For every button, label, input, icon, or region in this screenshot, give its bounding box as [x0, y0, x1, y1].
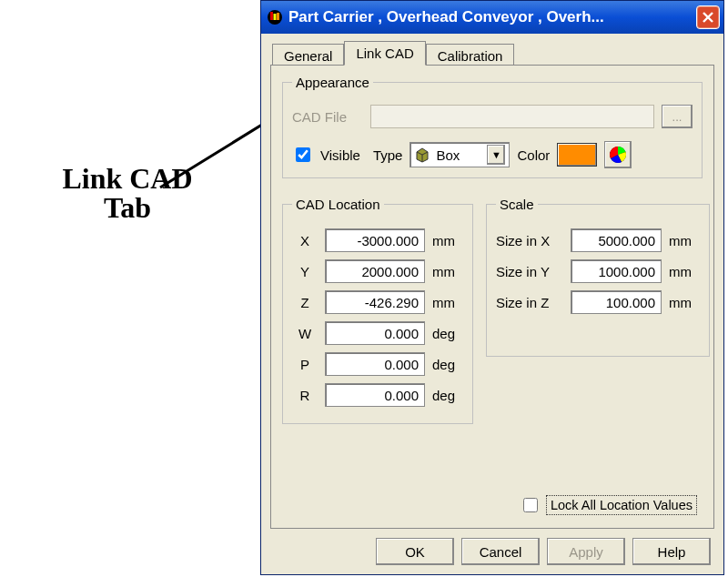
input-p[interactable]	[325, 352, 425, 376]
cadfile-input[interactable]	[370, 105, 654, 128]
app-icon	[267, 9, 283, 25]
client-area: General Link CAD Calibration Appearance …	[261, 34, 723, 574]
apply-button[interactable]: Apply	[547, 538, 625, 565]
action-buttons: OK Cancel Apply Help	[270, 529, 714, 565]
label-y: Y	[292, 264, 318, 279]
unit-p: deg	[432, 357, 463, 372]
browse-button[interactable]: ...	[662, 105, 693, 128]
box-icon	[414, 147, 430, 163]
svg-rect-5	[277, 13, 279, 20]
annotation-line1: Link CAD	[62, 162, 192, 195]
row-r: Rdeg	[292, 383, 463, 407]
annotation-line2: Tab	[104, 191, 151, 224]
svg-rect-3	[270, 12, 273, 20]
row-x: Xmm	[292, 228, 463, 252]
row-size-x: Size in Xmm	[496, 228, 700, 252]
label-w: W	[292, 326, 318, 341]
group-appearance: Appearance CAD File ... Visible Type	[282, 75, 703, 178]
visible-label: Visible	[320, 147, 360, 163]
titlebar: Part Carrier , Overhead Conveyor , Overh…	[261, 1, 723, 34]
input-w[interactable]	[325, 321, 425, 345]
input-size-z[interactable]	[571, 290, 662, 314]
scale-legend: Scale	[496, 197, 538, 212]
window-title: Part Carrier , Overhead Conveyor , Overh…	[288, 8, 691, 26]
input-y[interactable]	[325, 259, 425, 283]
tab-link-cad[interactable]: Link CAD	[344, 41, 425, 66]
unit-size-y: mm	[669, 264, 700, 279]
row-size-y: Size in Ymm	[496, 259, 700, 283]
cad-location-legend: CAD Location	[292, 197, 384, 212]
ok-button[interactable]: OK	[376, 538, 454, 565]
row-w: Wdeg	[292, 321, 463, 345]
type-value: Box	[436, 147, 460, 163]
color-label: Color	[517, 147, 550, 163]
input-x[interactable]	[325, 228, 425, 252]
input-size-y[interactable]	[571, 259, 662, 283]
row-size-z: Size in Zmm	[496, 290, 700, 314]
lock-row: Lock All Location Values	[520, 495, 697, 515]
row-z: Zmm	[292, 290, 463, 314]
annotation-label: Link CAD Tab	[0, 164, 255, 222]
unit-w: deg	[432, 326, 463, 341]
unit-x: mm	[432, 233, 463, 248]
label-x: X	[292, 233, 318, 248]
input-r[interactable]	[325, 383, 425, 407]
tab-panel-link-cad: Appearance CAD File ... Visible Type	[270, 65, 714, 529]
unit-r: deg	[432, 388, 463, 403]
type-label: Type	[373, 147, 403, 163]
type-select[interactable]: Box ▼	[410, 142, 510, 167]
row-p: Pdeg	[292, 352, 463, 376]
unit-size-x: mm	[669, 233, 700, 248]
chevron-down-icon[interactable]: ▼	[487, 145, 505, 165]
dialog-window: Part Carrier , Overhead Conveyor , Overh…	[260, 0, 724, 575]
group-scale: Scale Size in Xmm Size in Ymm Size in Zm…	[486, 197, 710, 357]
lock-checkbox[interactable]	[523, 498, 538, 512]
input-z[interactable]	[325, 290, 425, 314]
help-button[interactable]: Help	[632, 538, 711, 565]
color-swatch[interactable]	[557, 143, 597, 167]
unit-y: mm	[432, 264, 463, 279]
label-size-y: Size in Y	[496, 264, 563, 279]
input-size-x[interactable]	[571, 228, 662, 252]
appearance-legend: Appearance	[292, 75, 373, 90]
tab-strip: General Link CAD Calibration	[270, 41, 714, 66]
label-size-x: Size in X	[496, 233, 563, 248]
cadfile-label: CAD File	[292, 109, 363, 125]
group-cad-location: CAD Location Xmm Ymm Zmm Wdeg Pdeg Rdeg	[282, 197, 473, 424]
color-picker-button[interactable]	[604, 141, 632, 168]
visible-checkbox[interactable]	[296, 147, 310, 162]
close-button[interactable]	[696, 5, 720, 29]
cancel-button[interactable]: Cancel	[461, 538, 540, 565]
unit-size-z: mm	[669, 295, 700, 310]
lock-label: Lock All Location Values	[546, 495, 697, 515]
label-z: Z	[292, 295, 318, 310]
svg-rect-4	[274, 14, 277, 20]
label-r: R	[292, 388, 318, 403]
label-p: P	[292, 357, 318, 372]
unit-z: mm	[432, 295, 463, 310]
row-y: Ymm	[292, 259, 463, 283]
label-size-z: Size in Z	[496, 295, 563, 310]
